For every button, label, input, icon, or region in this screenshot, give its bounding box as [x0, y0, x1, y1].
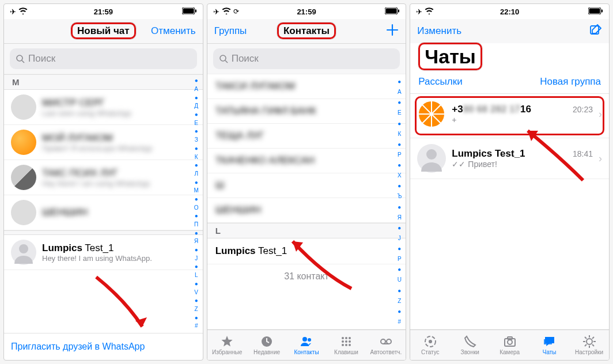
chat-row[interactable]: Lumpics Test_118:41 ✓✓Привет! › [410, 138, 609, 179]
new-group-button[interactable]: Новая группа [540, 76, 601, 88]
invite-friends-button[interactable]: Пригласить друзей в WhatsApp [4, 333, 203, 360]
chat-actions: Рассылки Новая группа [410, 73, 609, 94]
avatar [417, 100, 446, 128]
edit-button[interactable]: Изменить [417, 25, 461, 37]
chat-list: +380 68 282 171620:23 + › Lumpics Test_1… [410, 94, 609, 329]
avatar [417, 144, 446, 173]
svg-point-40 [429, 340, 432, 343]
status-time: 21:59 [207, 7, 406, 16]
contact-row-lumpics[interactable]: Lumpics Test_1Hey there! I am using What… [4, 235, 203, 270]
contact-row[interactable]: ТКАЧЕНКО АЛЕКСАН [207, 149, 406, 173]
svg-point-38 [426, 149, 437, 160]
clock-icon [260, 335, 274, 348]
contact-row-lumpics[interactable]: Lumpics Test_1 [207, 238, 406, 264]
svg-line-11 [225, 60, 228, 63]
voicemail-icon [379, 335, 393, 348]
status-bar: ✈ ⟳ 21:59 [207, 4, 406, 19]
search-placeholder: Поиск [232, 53, 259, 65]
compose-button[interactable] [589, 24, 602, 39]
gear-icon [582, 335, 596, 348]
avatar [11, 130, 36, 155]
tab-calls[interactable]: Звонки [450, 330, 490, 360]
checkmark-icon: ✓✓ [452, 160, 466, 169]
tab-keypad[interactable]: Клавиши [326, 330, 366, 360]
tab-voicemail[interactable]: Автоответч. [366, 330, 406, 360]
keypad-icon [339, 335, 353, 348]
svg-line-51 [585, 344, 586, 346]
svg-point-23 [349, 344, 351, 346]
contacts-icon [300, 335, 313, 348]
svg-point-21 [342, 344, 344, 346]
avatar [11, 165, 36, 190]
tab-gear[interactable]: Настройки [569, 330, 609, 360]
status-bar: ✈ 21:59 [4, 4, 203, 19]
svg-point-15 [342, 337, 344, 339]
contact-row[interactable]: Ш [207, 173, 406, 198]
section-header: L [207, 223, 406, 238]
status-time: 21:59 [4, 7, 203, 16]
svg-point-22 [345, 344, 347, 346]
camera-icon [503, 335, 517, 348]
svg-point-10 [220, 55, 226, 61]
nav-bar: Изменить [410, 19, 609, 43]
search-input[interactable]: Поиск [10, 48, 197, 69]
avatar [11, 200, 36, 225]
tab-bar: ИзбранныеНедавниеКонтактыКлавишиАвтоотве… [207, 329, 406, 360]
tab-chats[interactable]: Чаты [529, 330, 569, 360]
search-placeholder: Поиск [28, 53, 55, 65]
svg-point-14 [308, 338, 311, 342]
svg-point-16 [345, 337, 347, 339]
chevron-right-icon: › [599, 108, 602, 120]
screen-contacts: ✈ ⟳ 21:59 Группы Контакты Поиск ТАКСИ ЛУ… [207, 3, 407, 361]
status-time: 22:10 [410, 7, 609, 16]
calls-icon [463, 335, 477, 348]
search-icon [219, 54, 228, 63]
svg-line-49 [585, 337, 586, 339]
contacts-count: 31 контакт [207, 264, 406, 289]
contact-name: Lumpics Test_1 [42, 242, 196, 254]
page-title: Чаты [410, 43, 609, 73]
svg-point-13 [302, 337, 307, 342]
star-icon [220, 335, 234, 348]
search-input[interactable]: Поиск [213, 48, 400, 69]
tab-camera[interactable]: Камера [490, 330, 529, 360]
contacts-list: M МИСТР СЕРГLast seen using WhatsApp МОЙ… [4, 74, 203, 333]
contact-row[interactable]: ТАКС ПСИХ ЛУГHey there! I am using Whats… [4, 160, 203, 195]
contact-name: Lumpics Test_1 [215, 245, 398, 257]
tab-bar: СтатусЗвонкиКамераЧатыНастройки [410, 329, 609, 360]
search-wrap: Поиск [4, 44, 203, 74]
chat-name: Lumpics Test_1 [452, 148, 525, 160]
contact-row[interactable]: ТАТЬЯНА ГИФЛ БАНК [207, 99, 406, 124]
nav-bar: Группы Контакты [207, 19, 406, 44]
nav-bar: Новый чат Отменить [4, 19, 203, 44]
chat-name: +380 68 282 1716 [452, 104, 531, 115]
avatar [11, 94, 36, 120]
tab-contacts[interactable]: Контакты [287, 330, 327, 360]
chats-icon [543, 335, 557, 348]
svg-point-5 [19, 244, 28, 253]
broadcasts-button[interactable]: Рассылки [418, 76, 462, 88]
chat-time: 20:23 [573, 105, 593, 114]
tab-star[interactable]: Избранные [207, 330, 247, 360]
contact-row[interactable]: ШЕНШИН [4, 195, 203, 230]
svg-point-17 [349, 337, 351, 339]
compose-icon [589, 24, 602, 36]
chat-row[interactable]: +380 68 282 171620:23 + › [410, 94, 609, 138]
contact-row[interactable]: ТАКСИ ЛУГАКОМ [207, 74, 406, 99]
status-bar: ✈ 22:10 [410, 4, 609, 19]
svg-point-24 [381, 339, 385, 344]
contact-row[interactable]: МИСТР СЕРГLast seen using WhatsApp [4, 90, 203, 125]
contact-row[interactable]: ШЕНШИН [207, 198, 406, 223]
chat-time: 18:41 [573, 149, 593, 158]
chat-preview: ✓✓Привет! [452, 160, 593, 169]
contact-row[interactable]: МОЙ ЛУГАКОМПривет! Я использую WhatsApp [4, 125, 203, 160]
status-icon [423, 335, 437, 348]
screen-new-chat: ✈ 21:59 Новый чат Отменить Поиск M МИСТР… [3, 3, 203, 361]
svg-point-44 [586, 339, 592, 344]
tab-clock[interactable]: Недавние [247, 330, 287, 360]
tab-status[interactable]: Статус [410, 330, 450, 360]
search-icon [16, 54, 25, 63]
contact-row[interactable]: ТЕЩА ЛУГ [207, 124, 406, 149]
chevron-right-icon: › [599, 153, 602, 165]
section-header: M [4, 74, 203, 90]
